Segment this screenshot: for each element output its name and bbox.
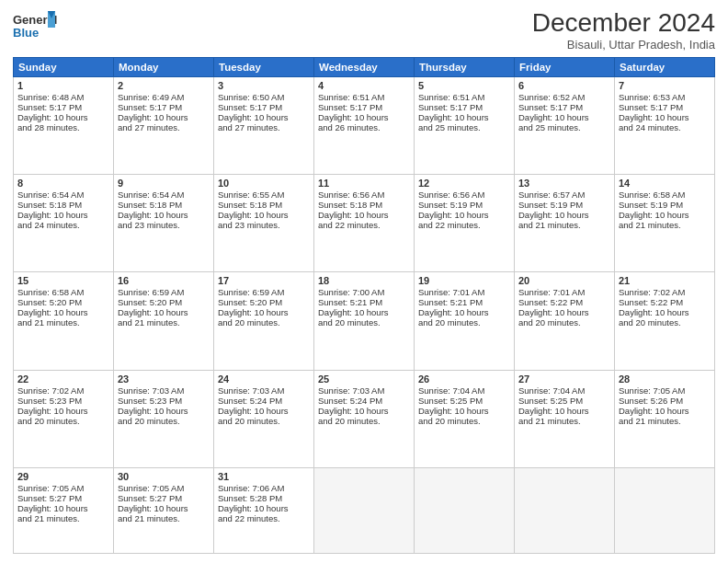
day-info-line: and 27 minutes. <box>118 122 210 132</box>
day-info-line: Sunrise: 7:01 AM <box>518 287 610 297</box>
day-info-line: Daylight: 10 hours <box>118 210 210 220</box>
day-info-line: Sunrise: 6:55 AM <box>218 190 310 200</box>
calendar-week-4: 22Sunrise: 7:02 AMSunset: 5:23 PMDayligh… <box>14 370 715 467</box>
day-info-line: Sunset: 5:25 PM <box>418 396 510 406</box>
day-info-line: Sunset: 5:20 PM <box>218 297 310 307</box>
day-info-line: Sunset: 5:22 PM <box>619 297 711 307</box>
day-info-line: and 26 minutes. <box>318 122 410 132</box>
day-info-line: Daylight: 10 hours <box>418 112 510 122</box>
calendar-cell: 6Sunrise: 6:52 AMSunset: 5:17 PMDaylight… <box>515 76 615 174</box>
calendar-cell: 9Sunrise: 6:54 AMSunset: 5:18 PMDaylight… <box>114 175 214 272</box>
calendar-cell: 14Sunrise: 6:58 AMSunset: 5:19 PMDayligh… <box>615 175 715 272</box>
day-info-line: and 22 minutes. <box>218 513 310 523</box>
day-info-line: Sunset: 5:19 PM <box>518 200 610 210</box>
calendar-body: 1Sunrise: 6:48 AMSunset: 5:17 PMDaylight… <box>14 76 715 553</box>
calendar-cell: 22Sunrise: 7:02 AMSunset: 5:23 PMDayligh… <box>14 370 114 467</box>
calendar-cell: 10Sunrise: 6:55 AMSunset: 5:18 PMDayligh… <box>214 175 314 272</box>
calendar-cell: 27Sunrise: 7:04 AMSunset: 5:25 PMDayligh… <box>515 370 615 467</box>
calendar-cell: 26Sunrise: 7:04 AMSunset: 5:25 PMDayligh… <box>415 370 515 467</box>
day-info-line: Sunset: 5:18 PM <box>318 200 410 210</box>
day-number: 31 <box>218 471 310 482</box>
day-info-line: Daylight: 10 hours <box>619 406 711 416</box>
day-info-line: Sunset: 5:28 PM <box>218 493 310 503</box>
day-info-line: and 20 minutes. <box>418 317 510 327</box>
day-number: 25 <box>318 373 410 385</box>
day-info-line: Daylight: 10 hours <box>418 210 510 220</box>
day-info-line: Sunset: 5:19 PM <box>619 200 711 210</box>
day-info-line: Sunrise: 6:57 AM <box>518 190 610 200</box>
day-info-line: and 22 minutes. <box>318 220 410 230</box>
day-info-line: Sunrise: 7:02 AM <box>619 287 711 297</box>
day-number: 16 <box>118 275 210 286</box>
day-number: 30 <box>118 471 210 482</box>
day-info-line: Sunset: 5:17 PM <box>218 102 310 112</box>
day-info-line: Sunrise: 7:04 AM <box>518 385 610 396</box>
day-info-line: Sunrise: 7:00 AM <box>318 287 410 297</box>
day-info-line: Sunset: 5:21 PM <box>318 297 410 307</box>
day-info-line: Sunset: 5:24 PM <box>318 396 410 406</box>
day-info-line: and 27 minutes. <box>218 122 310 132</box>
day-info-line: Sunrise: 6:53 AM <box>619 92 711 102</box>
day-info-line: Sunset: 5:21 PM <box>418 297 510 307</box>
weekday-header-tuesday: Tuesday <box>214 57 314 76</box>
day-number: 15 <box>17 275 109 286</box>
day-number: 10 <box>218 178 310 189</box>
calendar-cell: 16Sunrise: 6:59 AMSunset: 5:20 PMDayligh… <box>114 272 214 370</box>
day-info-line: Sunrise: 7:05 AM <box>118 483 210 493</box>
day-info-line: Sunset: 5:17 PM <box>619 102 711 112</box>
day-number: 6 <box>518 80 610 91</box>
calendar-cell: 7Sunrise: 6:53 AMSunset: 5:17 PMDaylight… <box>615 76 715 174</box>
day-info-line: Sunrise: 6:56 AM <box>318 190 410 200</box>
calendar-table: SundayMondayTuesdayWednesdayThursdayFrid… <box>13 57 715 554</box>
day-info-line: Sunset: 5:18 PM <box>118 200 210 210</box>
day-info-line: and 21 minutes. <box>518 416 610 426</box>
day-info-line: Daylight: 10 hours <box>518 307 610 317</box>
calendar-cell: 19Sunrise: 7:01 AMSunset: 5:21 PMDayligh… <box>415 272 515 370</box>
calendar-cell: 1Sunrise: 6:48 AMSunset: 5:17 PMDaylight… <box>14 76 114 174</box>
day-info-line: Sunset: 5:23 PM <box>118 396 210 406</box>
day-info-line: Sunset: 5:17 PM <box>118 102 210 112</box>
day-info-line: Sunrise: 6:58 AM <box>17 287 109 297</box>
day-info-line: Daylight: 10 hours <box>318 406 410 416</box>
day-info-line: and 24 minutes. <box>619 122 711 132</box>
calendar-cell: 31Sunrise: 7:06 AMSunset: 5:28 PMDayligh… <box>214 467 314 553</box>
calendar-cell: 5Sunrise: 6:51 AMSunset: 5:17 PMDaylight… <box>415 76 515 174</box>
day-info-line: Sunset: 5:17 PM <box>318 102 410 112</box>
day-info-line: Daylight: 10 hours <box>17 210 109 220</box>
weekday-header-sunday: Sunday <box>14 57 114 76</box>
day-info-line: and 20 minutes. <box>17 416 109 426</box>
day-info-line: Daylight: 10 hours <box>518 210 610 220</box>
day-number: 29 <box>17 471 109 482</box>
calendar-cell <box>415 467 515 553</box>
day-info-line: Sunrise: 6:59 AM <box>118 287 210 297</box>
day-info-line: Sunset: 5:24 PM <box>218 396 310 406</box>
day-info-line: Sunrise: 7:03 AM <box>118 385 210 396</box>
subtitle: Bisauli, Uttar Pradesh, India <box>532 38 715 52</box>
calendar-cell: 24Sunrise: 7:03 AMSunset: 5:24 PMDayligh… <box>214 370 314 467</box>
calendar-cell: 20Sunrise: 7:01 AMSunset: 5:22 PMDayligh… <box>515 272 615 370</box>
day-number: 11 <box>318 178 410 189</box>
calendar-cell: 8Sunrise: 6:54 AMSunset: 5:18 PMDaylight… <box>14 175 114 272</box>
day-info-line: Sunrise: 6:49 AM <box>118 92 210 102</box>
day-info-line: and 21 minutes. <box>17 317 109 327</box>
day-info-line: and 25 minutes. <box>518 122 610 132</box>
header: GeneralBlue December 2024Bisauli, Uttar … <box>13 9 715 52</box>
day-number: 22 <box>17 373 109 385</box>
day-info-line: and 20 minutes. <box>318 317 410 327</box>
calendar-week-3: 15Sunrise: 6:58 AMSunset: 5:20 PMDayligh… <box>14 272 715 370</box>
day-info-line: and 21 minutes. <box>118 513 210 523</box>
day-info-line: Sunrise: 6:48 AM <box>17 92 109 102</box>
calendar-cell: 17Sunrise: 6:59 AMSunset: 5:20 PMDayligh… <box>214 272 314 370</box>
day-info-line: Sunrise: 7:05 AM <box>17 483 109 493</box>
day-info-line: Daylight: 10 hours <box>318 307 410 317</box>
day-info-line: Sunrise: 6:58 AM <box>619 190 711 200</box>
day-info-line: Daylight: 10 hours <box>619 307 711 317</box>
day-info-line: Daylight: 10 hours <box>17 112 109 122</box>
day-info-line: Sunset: 5:27 PM <box>118 493 210 503</box>
weekday-header-friday: Friday <box>515 57 615 76</box>
day-number: 4 <box>318 80 410 91</box>
day-number: 21 <box>619 275 711 286</box>
weekday-header-saturday: Saturday <box>615 57 715 76</box>
day-info-line: Sunrise: 7:04 AM <box>418 385 510 396</box>
day-info-line: Sunset: 5:17 PM <box>518 102 610 112</box>
